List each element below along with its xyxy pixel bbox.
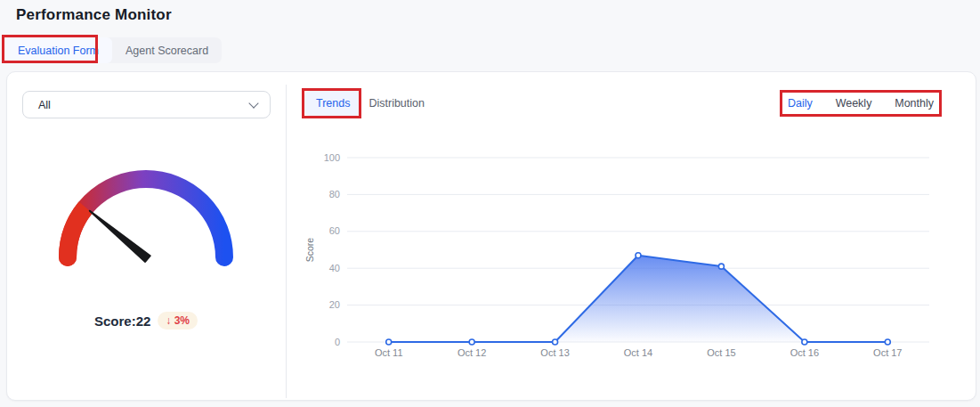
score-gauge (48, 164, 244, 275)
tab-agent-scorecard-label: Agent Scorecard (126, 45, 208, 57)
tab-evaluation-form-label: Evaluation Form (18, 45, 99, 57)
tab-evaluation-form[interactable]: Evaluation Form (4, 37, 112, 63)
svg-text:100: 100 (324, 152, 340, 163)
svg-text:Oct 16: Oct 16 (790, 347, 819, 358)
svg-text:60: 60 (329, 225, 340, 236)
svg-text:Oct 12: Oct 12 (458, 347, 486, 358)
tab-trends[interactable]: Trends (304, 91, 361, 116)
filter-dropdown-value: All (23, 99, 250, 111)
page-title: Performance Monitor (16, 6, 172, 24)
svg-text:80: 80 (329, 189, 340, 199)
svg-text:40: 40 (329, 263, 340, 273)
filter-dropdown[interactable]: All (22, 91, 271, 118)
panel-divider (286, 85, 287, 398)
range-monthly[interactable]: Monthly (895, 97, 934, 110)
svg-text:Oct 14: Oct 14 (624, 347, 652, 358)
gauge-needle (87, 208, 150, 262)
tab-trends-label: Trends (316, 97, 350, 110)
top-tab-bar: Evaluation Form Agent Scorecard (4, 37, 222, 63)
svg-text:Oct 15: Oct 15 (707, 347, 735, 358)
score-value: Score:22 (94, 313, 150, 329)
range-weekly[interactable]: Weekly (836, 97, 872, 110)
gauge-progress-arc (68, 208, 85, 257)
gauge-svg (48, 164, 244, 275)
svg-text:Score: Score (304, 238, 315, 263)
tab-agent-scorecard[interactable]: Agent Scorecard (112, 37, 222, 63)
svg-text:Oct 13: Oct 13 (540, 347, 569, 358)
svg-text:20: 20 (329, 299, 340, 310)
svg-text:0: 0 (335, 337, 340, 347)
range-daily[interactable]: Daily (788, 97, 813, 110)
svg-text:Oct 11: Oct 11 (375, 347, 403, 358)
tab-distribution[interactable]: Distribution (363, 91, 430, 116)
chevron-down-icon (248, 98, 258, 108)
performance-monitor-page: Performance Monitor Evaluation Form Agen… (0, 0, 980, 407)
tab-distribution-label: Distribution (369, 97, 425, 110)
chart-tab-bar: Trends Distribution (304, 91, 430, 116)
score-delta-badge: ↓ 3% (158, 312, 198, 330)
gauge-arc (68, 179, 224, 257)
svg-text:Oct 17: Oct 17 (873, 347, 902, 358)
trend-chart-svg: 020406080100ScoreOct 11Oct 12Oct 13Oct 1… (294, 142, 944, 376)
score-summary: Score:22 ↓ 3% (48, 312, 244, 330)
range-selector: Daily Weekly Monthly (780, 90, 942, 117)
trend-chart: 020406080100ScoreOct 11Oct 12Oct 13Oct 1… (294, 142, 944, 376)
